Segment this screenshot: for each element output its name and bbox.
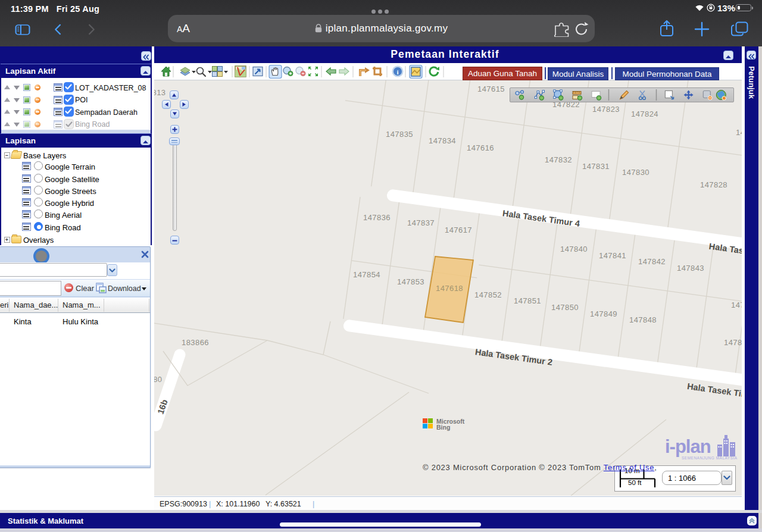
svg-text:147616: 147616 (467, 143, 494, 152)
svg-text:147615: 147615 (477, 85, 505, 93)
svg-text:147830: 147830 (622, 168, 649, 177)
svg-text:147618: 147618 (436, 284, 463, 293)
svg-text:16b: 16b (155, 398, 169, 415)
svg-text:147831: 147831 (582, 162, 610, 171)
svg-text:147835: 147835 (386, 130, 413, 139)
svg-text:147854: 147854 (353, 270, 380, 279)
svg-text:147828: 147828 (700, 180, 727, 189)
svg-text:147842: 147842 (638, 257, 666, 266)
svg-text:147850: 147850 (551, 303, 579, 312)
svg-text:147841: 147841 (599, 251, 626, 260)
svg-text:147836: 147836 (363, 213, 391, 222)
svg-text:147823: 147823 (592, 105, 620, 114)
svg-text:147834: 147834 (429, 136, 456, 145)
svg-text:147849: 147849 (590, 309, 617, 318)
svg-text:147853: 147853 (397, 277, 424, 286)
svg-text:147827: 147827 (736, 128, 742, 137)
svg-text:147845: 147845 (724, 338, 742, 347)
svg-text:147824: 147824 (631, 109, 658, 118)
svg-text:880: 880 (154, 375, 162, 384)
svg-text:147846: 147846 (731, 301, 742, 309)
svg-text:147848: 147848 (629, 315, 657, 324)
svg-text:i: i (396, 68, 398, 76)
svg-text:147843: 147843 (677, 264, 704, 273)
svg-text:147832: 147832 (545, 155, 572, 164)
svg-text:183866: 183866 (182, 338, 209, 347)
svg-text:147837: 147837 (407, 218, 435, 227)
svg-text:147851: 147851 (514, 296, 541, 305)
svg-text:313: 313 (154, 88, 165, 97)
svg-text:147617: 147617 (445, 226, 472, 234)
svg-text:147840: 147840 (560, 245, 588, 254)
svg-text:147852: 147852 (474, 290, 502, 299)
